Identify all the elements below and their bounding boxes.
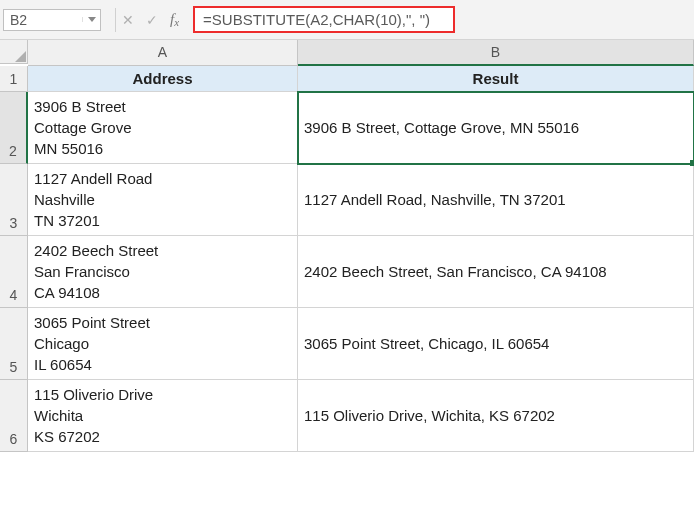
formula-bar: B2 ✕ ✓ fx =SUBSTITUTE(A2,CHAR(10),", "): [0, 0, 694, 40]
worksheet-grid: A B 1 Address Result 2 3906 B Street Cot…: [0, 40, 694, 452]
cell-B5[interactable]: 3065 Point Street, Chicago, IL 60654: [298, 308, 694, 380]
row-header-1[interactable]: 1: [0, 66, 28, 92]
cancel-icon[interactable]: ✕: [122, 12, 134, 28]
row-header-4[interactable]: 4: [0, 236, 28, 308]
fx-icon[interactable]: fx: [170, 11, 179, 28]
cell-B4[interactable]: 2402 Beech Street, San Francisco, CA 941…: [298, 236, 694, 308]
cell-A5[interactable]: 3065 Point Street Chicago IL 60654: [28, 308, 298, 380]
row-header-5[interactable]: 5: [0, 308, 28, 380]
formula-input[interactable]: =SUBSTITUTE(A2,CHAR(10),", "): [193, 6, 455, 33]
cell-A1[interactable]: Address: [28, 66, 298, 92]
chevron-down-icon: [88, 17, 96, 22]
name-box-dropdown[interactable]: [82, 17, 100, 22]
name-box-value: B2: [4, 10, 82, 30]
row-header-6[interactable]: 6: [0, 380, 28, 452]
row-header-2[interactable]: 2: [0, 92, 28, 164]
cell-A6[interactable]: 115 Oliverio Drive Wichita KS 67202: [28, 380, 298, 452]
cell-B2[interactable]: 3906 B Street, Cottage Grove, MN 55016: [298, 92, 694, 164]
cell-A2[interactable]: 3906 B Street Cottage Grove MN 55016: [28, 92, 298, 164]
col-header-B[interactable]: B: [298, 40, 694, 66]
cell-B3[interactable]: 1127 Andell Road, Nashville, TN 37201: [298, 164, 694, 236]
select-all-corner[interactable]: [0, 40, 28, 64]
cell-B1[interactable]: Result: [298, 66, 694, 92]
name-box[interactable]: B2: [3, 9, 101, 31]
col-header-A[interactable]: A: [28, 40, 298, 66]
cell-A4[interactable]: 2402 Beech Street San Francisco CA 94108: [28, 236, 298, 308]
confirm-icon[interactable]: ✓: [146, 12, 158, 28]
formula-buttons: ✕ ✓ fx: [122, 11, 179, 28]
row-header-3[interactable]: 3: [0, 164, 28, 236]
cell-A3[interactable]: 1127 Andell Road Nashville TN 37201: [28, 164, 298, 236]
separator: [115, 8, 116, 32]
cell-B6[interactable]: 115 Oliverio Drive, Wichita, KS 67202: [298, 380, 694, 452]
